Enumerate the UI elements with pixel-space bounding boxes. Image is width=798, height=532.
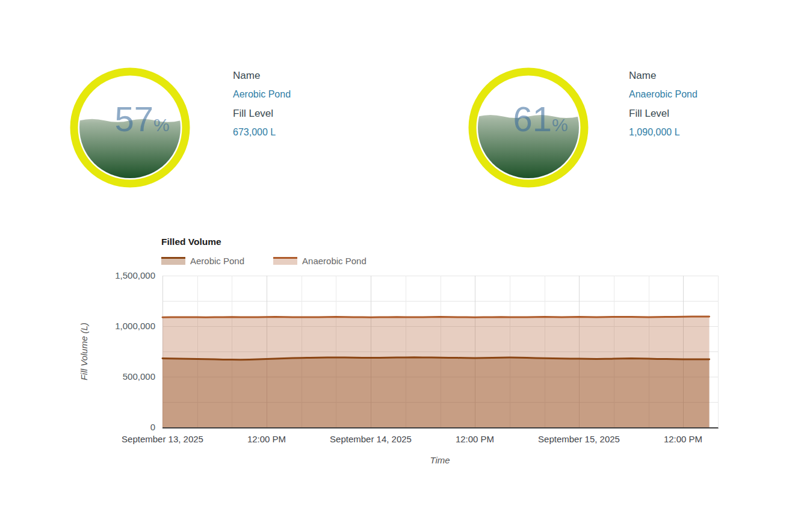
y-tick-label: 500,000 (83, 371, 155, 383)
y-tick-label: 0 (83, 421, 155, 433)
x-tick-label: 12:00 PM (664, 434, 702, 444)
legend-label: Anaerobic Pond (302, 256, 367, 266)
x-tick-label: 12:00 PM (247, 434, 286, 444)
chart-legend: Aerobic Pond Anaerobic Pond (161, 256, 395, 266)
legend-swatch-aerobic (161, 257, 185, 265)
x-tick-label: September 13, 2025 (122, 434, 203, 444)
gauge-fill-label: Fill Level (233, 108, 389, 120)
y-tick-label: 1,500,000 (83, 270, 155, 282)
x-tick-label: September 15, 2025 (538, 434, 620, 444)
x-tick-label: 12:00 PM (456, 434, 494, 444)
gauge-info-aerobic: Name Aerobic Pond Fill Level 673,000 L (233, 70, 389, 146)
gauge-fill-label: Fill Level (629, 108, 785, 120)
legend-swatch-anaerobic (273, 257, 297, 265)
legend-item-aerobic-pond[interactable]: Aerobic Pond (161, 256, 244, 266)
chart-title: Filled Volume (161, 237, 221, 247)
gauge-name-value: Anaerobic Pond (629, 89, 785, 100)
y-axis-title: Fill Volume (L) (79, 303, 91, 400)
gauge-fill-value: 1,090,000 L (629, 127, 785, 138)
gauge-fill-value: 673,000 L (233, 127, 389, 138)
y-tick-label: 1,000,000 (83, 320, 155, 332)
gauge-info-anaerobic: Name Anaerobic Pond Fill Level 1,090,000… (629, 70, 785, 146)
fill-level-gauge-anaerobic: 61% (468, 67, 589, 188)
fill-level-gauge-aerobic: 57% (70, 67, 190, 188)
gauge-percent-label: 57% (114, 99, 169, 138)
gauge-percent-label: 61% (513, 99, 568, 138)
gauge-name-label: Name (629, 70, 785, 82)
legend-item-anaerobic-pond[interactable]: Anaerobic Pond (273, 256, 367, 266)
area-chart-canvas (162, 276, 718, 427)
gauge-name-value: Aerobic Pond (233, 89, 389, 100)
gauge-name-label: Name (233, 70, 389, 82)
legend-label: Aerobic Pond (190, 256, 244, 266)
x-tick-label: September 14, 2025 (330, 434, 412, 444)
x-axis-title: Time (430, 455, 450, 465)
chart-plot-area (162, 276, 719, 428)
